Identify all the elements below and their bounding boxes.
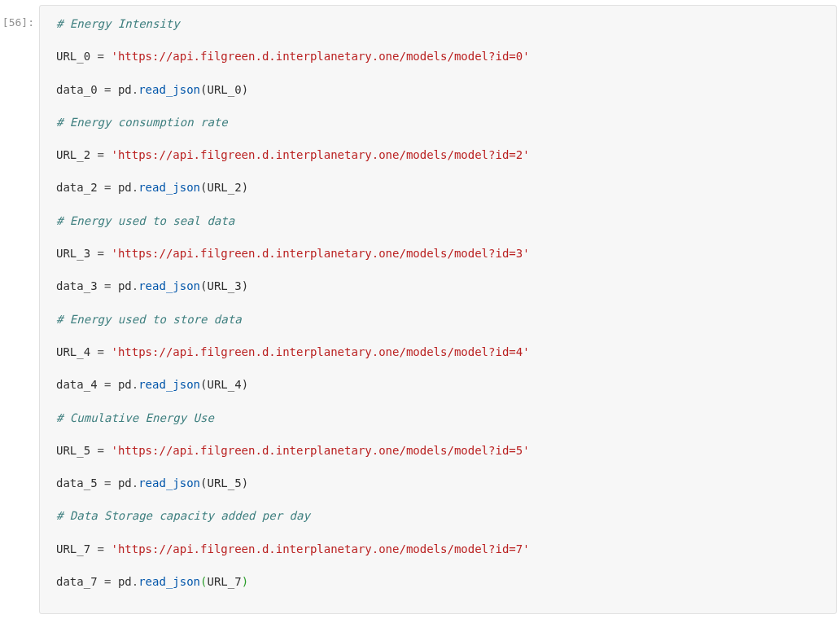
code-line-data-assign: data_4 = pd.read_json(URL_4): [56, 376, 820, 393]
close-paren: ): [242, 181, 248, 194]
code-line-data-assign: data_0 = pd.read_json(URL_0): [56, 81, 820, 98]
cell-prompt: [56]:: [2, 16, 34, 29]
function-name: read_json: [138, 575, 200, 588]
data-var: data_5: [56, 476, 98, 489]
dot-op: .: [132, 181, 138, 194]
assign-op: =: [98, 378, 118, 391]
function-name: read_json: [138, 279, 200, 292]
data-var: data_7: [56, 575, 98, 588]
code-line-data-assign: data_3 = pd.read_json(URL_3): [56, 278, 820, 294]
code-line-url-assign: URL_7 = 'https://api.filgreen.d.interpla…: [56, 541, 820, 557]
code-line-comment: # Energy consumption rate: [56, 114, 820, 130]
assign-op: =: [98, 83, 118, 96]
function-name: read_json: [138, 181, 200, 194]
code-line-comment: # Data Storage capacity added per day: [56, 507, 820, 524]
assign-op: =: [98, 181, 118, 194]
url-string: 'https://api.filgreen.d.interplanetary.o…: [111, 247, 529, 260]
close-paren: ): [242, 83, 248, 96]
url-string: 'https://api.filgreen.d.interplanetary.o…: [111, 50, 529, 63]
data-var: data_4: [56, 378, 98, 391]
assign-op: =: [90, 444, 111, 457]
pandas-ref: pd: [118, 575, 132, 588]
function-name: read_json: [138, 476, 200, 489]
call-arg: URL_2: [207, 181, 241, 194]
url-var: URL_2: [56, 148, 90, 161]
assign-op: =: [90, 542, 111, 555]
code-line-url-assign: URL_3 = 'https://api.filgreen.d.interpla…: [56, 245, 820, 261]
url-var: URL_0: [56, 50, 90, 63]
call-arg: URL_5: [207, 476, 241, 489]
url-var: URL_7: [56, 542, 90, 555]
assign-op: =: [90, 148, 111, 161]
assign-op: =: [98, 279, 118, 292]
code-cell[interactable]: # Energy IntensityURL_0 = 'https://api.f…: [39, 5, 837, 614]
assign-op: =: [98, 476, 118, 489]
comment-text: # Data Storage capacity added per day: [56, 509, 310, 522]
code-line-data-assign: data_2 = pd.read_json(URL_2): [56, 179, 820, 195]
dot-op: .: [132, 279, 138, 292]
url-string: 'https://api.filgreen.d.interplanetary.o…: [111, 444, 529, 457]
code-line-comment: # Cumulative Energy Use: [56, 410, 820, 426]
url-string: 'https://api.filgreen.d.interplanetary.o…: [111, 345, 529, 358]
pandas-ref: pd: [118, 181, 132, 194]
call-arg: URL_4: [207, 378, 241, 391]
assign-op: =: [98, 575, 118, 588]
call-arg: URL_3: [207, 279, 241, 292]
call-arg: URL_0: [207, 83, 241, 96]
comment-text: # Energy used to seal data: [56, 214, 234, 227]
pandas-ref: pd: [118, 378, 132, 391]
assign-op: =: [90, 247, 111, 260]
code-line-url-assign: URL_0 = 'https://api.filgreen.d.interpla…: [56, 48, 820, 64]
data-var: data_2: [56, 181, 98, 194]
comment-text: # Energy Intensity: [56, 17, 180, 30]
data-var: data_3: [56, 279, 98, 292]
comment-text: # Energy used to store data: [56, 313, 242, 326]
dot-op: .: [132, 378, 138, 391]
close-paren: ): [242, 378, 248, 391]
url-var: URL_4: [56, 345, 90, 358]
close-paren: ): [242, 476, 248, 489]
url-var: URL_5: [56, 444, 90, 457]
pandas-ref: pd: [118, 83, 132, 96]
close-paren: ): [242, 279, 248, 292]
code-line-comment: # Energy used to store data: [56, 311, 820, 327]
code-line-data-assign: data_7 = pd.read_json(URL_7): [56, 573, 820, 590]
function-name: read_json: [138, 83, 200, 96]
assign-op: =: [90, 345, 111, 358]
pandas-ref: pd: [118, 476, 132, 489]
url-string: 'https://api.filgreen.d.interplanetary.o…: [111, 148, 529, 161]
code-line-url-assign: URL_5 = 'https://api.filgreen.d.interpla…: [56, 442, 820, 459]
pandas-ref: pd: [118, 279, 132, 292]
assign-op: =: [90, 50, 111, 63]
code-line-url-assign: URL_2 = 'https://api.filgreen.d.interpla…: [56, 147, 820, 163]
code-line-comment: # Energy used to seal data: [56, 213, 820, 229]
code-line-comment: # Energy Intensity: [56, 15, 820, 32]
code-line-url-assign: URL_4 = 'https://api.filgreen.d.interpla…: [56, 344, 820, 360]
dot-op: .: [132, 575, 138, 588]
dot-op: .: [132, 83, 138, 96]
url-var: URL_3: [56, 247, 90, 260]
code-line-data-assign: data_5 = pd.read_json(URL_5): [56, 475, 820, 491]
close-paren: ): [242, 575, 248, 588]
call-arg: URL_7: [207, 575, 241, 588]
data-var: data_0: [56, 83, 98, 96]
url-string: 'https://api.filgreen.d.interplanetary.o…: [111, 542, 529, 555]
prompt-column: [56]:: [0, 0, 39, 619]
function-name: read_json: [138, 378, 200, 391]
comment-text: # Energy consumption rate: [56, 116, 228, 129]
comment-text: # Cumulative Energy Use: [56, 411, 214, 424]
dot-op: .: [132, 476, 138, 489]
